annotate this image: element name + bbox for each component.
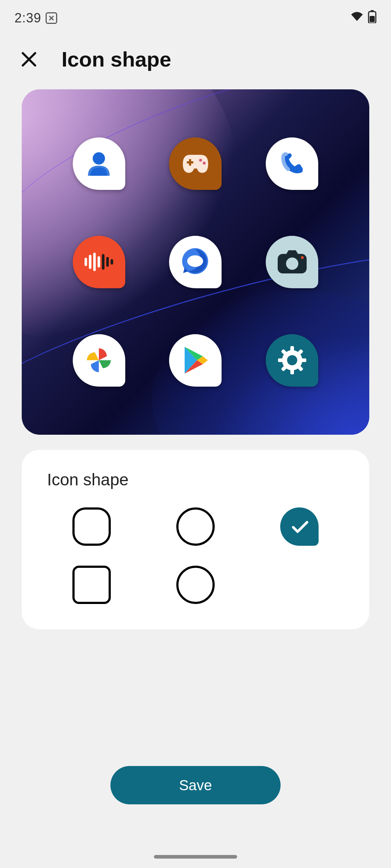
chat-icon <box>178 245 213 279</box>
gear-icon <box>276 344 308 376</box>
svg-rect-21 <box>290 346 294 352</box>
app-icon-camera <box>266 236 318 288</box>
app-icon-recorder <box>73 236 125 288</box>
play-icon <box>181 344 210 376</box>
wifi-icon <box>350 10 364 26</box>
svg-rect-5 <box>189 159 191 166</box>
svg-rect-22 <box>290 369 294 374</box>
shape-option-teardrop[interactable] <box>280 507 319 546</box>
camera-icon <box>274 247 310 276</box>
close-button[interactable] <box>18 48 40 70</box>
check-icon <box>291 520 309 535</box>
shape-option-circle-alt[interactable] <box>176 566 215 604</box>
close-icon <box>20 50 38 68</box>
svg-point-16 <box>187 255 203 267</box>
app-icon-photos <box>73 334 125 387</box>
shape-option-rounded-square[interactable] <box>72 566 111 604</box>
svg-rect-2 <box>370 16 375 22</box>
app-icon-settings <box>266 334 318 387</box>
svg-point-19 <box>301 256 304 259</box>
app-icon-games <box>169 137 222 190</box>
svg-point-29 <box>287 355 297 365</box>
gamepad-icon <box>177 151 214 176</box>
svg-point-7 <box>203 162 206 165</box>
shape-option-circle[interactable] <box>176 507 215 546</box>
status-left: 2:39 <box>14 10 57 26</box>
shape-option-squircle[interactable] <box>72 507 111 546</box>
svg-rect-24 <box>300 358 306 362</box>
clock: 2:39 <box>14 10 41 26</box>
save-button[interactable]: Save <box>110 766 281 804</box>
phone-icon <box>276 148 308 180</box>
shape-options-card: Icon shape <box>22 450 369 629</box>
svg-point-18 <box>286 258 298 270</box>
options-title: Icon shape <box>47 470 344 489</box>
svg-rect-23 <box>278 358 284 362</box>
app-icon-messages <box>169 236 222 288</box>
app-icon-play-store <box>169 334 222 387</box>
preview-icon-grid <box>22 89 369 435</box>
soundwave-icon <box>81 251 117 273</box>
svg-point-6 <box>199 159 202 162</box>
app-icon-phone <box>266 137 318 190</box>
status-bar: 2:39 <box>0 0 391 36</box>
shape-grid <box>47 507 344 604</box>
pinwheel-icon <box>83 344 115 376</box>
notification-icon <box>46 12 57 24</box>
battery-icon <box>368 10 377 26</box>
svg-point-3 <box>93 152 105 165</box>
header: Icon shape <box>0 36 391 89</box>
page-title: Icon shape <box>62 47 171 71</box>
app-icon-contacts <box>73 137 125 190</box>
nav-handle[interactable] <box>154 855 237 859</box>
status-right <box>350 10 377 26</box>
icon-preview <box>22 89 369 435</box>
person-icon <box>83 148 115 180</box>
